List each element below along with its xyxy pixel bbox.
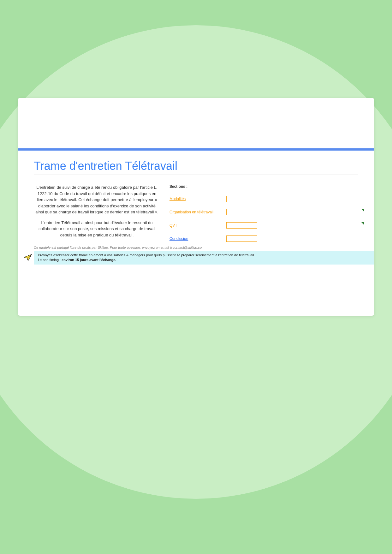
page-title: Trame d'entretien Télétravail xyxy=(34,159,358,175)
footer-note: Ce modèle est partagé libre de droits pa… xyxy=(34,246,358,249)
section-row-organisation: Organisation en télétravail xyxy=(169,209,358,215)
section-link-qvt[interactable]: QVT xyxy=(169,223,220,228)
document-page: Trame d'entretien Télétravail L'entretie… xyxy=(18,98,374,316)
sections-heading: Sections : xyxy=(169,184,358,189)
comment-mark-icon xyxy=(361,209,364,214)
tip-bar: Prévoyez d'adresser cette trame en amont… xyxy=(18,251,374,265)
intro-paragraph-1: L'entretien de suivi de charge a été ren… xyxy=(34,184,160,215)
tip-text: Prévoyez d'adresser cette trame en amont… xyxy=(34,251,374,265)
comment-mark-icon xyxy=(361,222,364,227)
section-input-qvt[interactable] xyxy=(226,222,257,229)
content-area: Trame d'entretien Télétravail L'entretie… xyxy=(34,159,358,249)
section-input-modalites[interactable] xyxy=(226,196,257,202)
section-link-organisation[interactable]: Organisation en télétravail xyxy=(169,210,220,214)
sections-column: Sections : Modalités Organisation en tél… xyxy=(169,184,358,249)
section-link-modalites[interactable]: Modalités xyxy=(169,197,220,201)
section-link-conclusion[interactable]: Conclusion xyxy=(169,236,220,241)
paper-plane-icon xyxy=(18,254,34,261)
section-row-qvt: QVT xyxy=(169,222,358,229)
section-input-organisation[interactable] xyxy=(226,209,257,215)
section-input-conclusion[interactable] xyxy=(226,235,257,242)
section-row-modalites: Modalités xyxy=(169,196,358,202)
intro-paragraph-2: L'entretien Télétravail a ainsi pour but… xyxy=(34,220,160,238)
two-column-layout: L'entretien de suivi de charge a été ren… xyxy=(34,184,358,249)
tip-line2-prefix: Le bon timing : xyxy=(38,258,62,262)
tip-line1: Prévoyez d'adresser cette trame en amont… xyxy=(38,253,255,257)
section-row-conclusion: Conclusion xyxy=(169,235,358,242)
intro-column: L'entretien de suivi de charge a été ren… xyxy=(34,184,160,249)
tip-line2-bold: environ 15 jours avant l'échange. xyxy=(62,258,116,262)
top-accent-bar xyxy=(18,148,374,151)
